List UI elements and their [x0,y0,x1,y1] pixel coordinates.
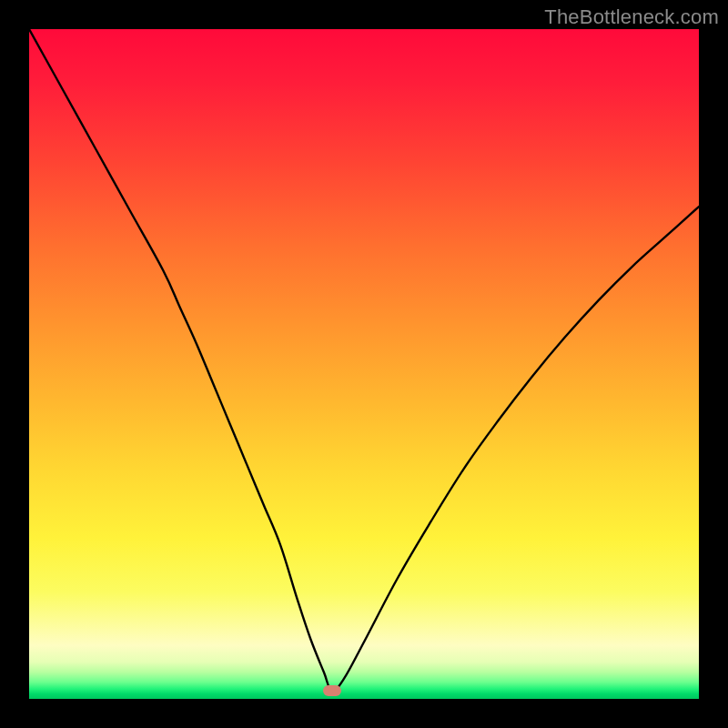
plot-area [29,29,699,699]
chart-frame: TheBottleneck.com [0,0,728,728]
watermark-text: TheBottleneck.com [544,5,719,29]
optimal-point-marker [323,685,341,696]
bottleneck-curve [29,29,699,699]
